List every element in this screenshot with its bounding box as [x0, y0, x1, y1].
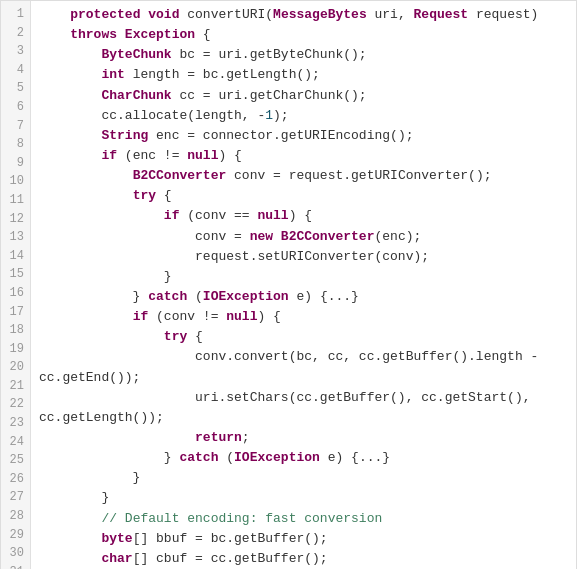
line-number: 23 — [1, 414, 30, 433]
code-line: } — [39, 468, 568, 488]
code-line: CharChunk cc = uri.getCharChunk(); — [39, 86, 568, 106]
line-number: 22 — [1, 395, 30, 414]
line-number: 24 — [1, 433, 30, 452]
line-number: 9 — [1, 154, 30, 173]
code-line: try { — [39, 186, 568, 206]
line-number: 11 — [1, 191, 30, 210]
code-line: byte[] bbuf = bc.getBuffer(); — [39, 529, 568, 549]
line-number: 31 — [1, 563, 30, 569]
line-number: 12 — [1, 210, 30, 229]
code-line: try { — [39, 327, 568, 347]
line-number: 21 — [1, 377, 30, 396]
line-number: 28 — [1, 507, 30, 526]
line-number: 1 — [1, 5, 30, 24]
line-number: 26 — [1, 470, 30, 489]
line-number: 19 — [1, 340, 30, 359]
code-line: conv.convert(bc, cc, cc.getBuffer().leng… — [39, 347, 568, 367]
line-number: 5 — [1, 79, 30, 98]
line-number: 8 — [1, 135, 30, 154]
line-number: 7 — [1, 117, 30, 136]
code-line: int length = bc.getLength(); — [39, 65, 568, 85]
code-line: return; — [39, 428, 568, 448]
code-line: cc.getEnd()); — [39, 368, 568, 388]
line-number: 27 — [1, 488, 30, 507]
line-number: 16 — [1, 284, 30, 303]
code-line: throws Exception { — [39, 25, 568, 45]
line-number: 13 — [1, 228, 30, 247]
line-number: 25 — [1, 451, 30, 470]
line-number: 18 — [1, 321, 30, 340]
line-number-gutter: 1234567891011121314151617181920212223242… — [1, 1, 31, 569]
code-line: cc.getLength()); — [39, 408, 568, 428]
code-line: uri.setChars(cc.getBuffer(), cc.getStart… — [39, 388, 568, 408]
line-number: 15 — [1, 265, 30, 284]
code-line: } — [39, 488, 568, 508]
line-number: 29 — [1, 526, 30, 545]
code-line: conv = new B2CConverter(enc); — [39, 227, 568, 247]
code-line: if (conv != null) { — [39, 307, 568, 327]
code-line: request.setURIConverter(conv); — [39, 247, 568, 267]
code-line: if (enc != null) { — [39, 146, 568, 166]
code-line: B2CConverter conv = request.getURIConver… — [39, 166, 568, 186]
code-line: cc.allocate(length, -1); — [39, 106, 568, 126]
line-number: 6 — [1, 98, 30, 117]
code-editor: 1234567891011121314151617181920212223242… — [0, 0, 577, 569]
code-line: } catch (IOException e) {...} — [39, 448, 568, 468]
line-number: 3 — [1, 42, 30, 61]
line-number: 4 — [1, 61, 30, 80]
code-line: String enc = connector.getURIEncoding(); — [39, 126, 568, 146]
code-line: // Default encoding: fast conversion — [39, 509, 568, 529]
line-number: 14 — [1, 247, 30, 266]
code-line: if (conv == null) { — [39, 206, 568, 226]
code-line: } — [39, 267, 568, 287]
code-line: char[] cbuf = cc.getBuffer(); — [39, 549, 568, 569]
line-number: 10 — [1, 172, 30, 191]
code-line: ByteChunk bc = uri.getByteChunk(); — [39, 45, 568, 65]
line-number: 30 — [1, 544, 30, 563]
line-number: 20 — [1, 358, 30, 377]
code-line: protected void convertURI(MessageBytes u… — [39, 5, 568, 25]
code-body: protected void convertURI(MessageBytes u… — [31, 1, 576, 569]
code-line: } catch (IOException e) {...} — [39, 287, 568, 307]
line-number: 2 — [1, 24, 30, 43]
line-number: 17 — [1, 303, 30, 322]
